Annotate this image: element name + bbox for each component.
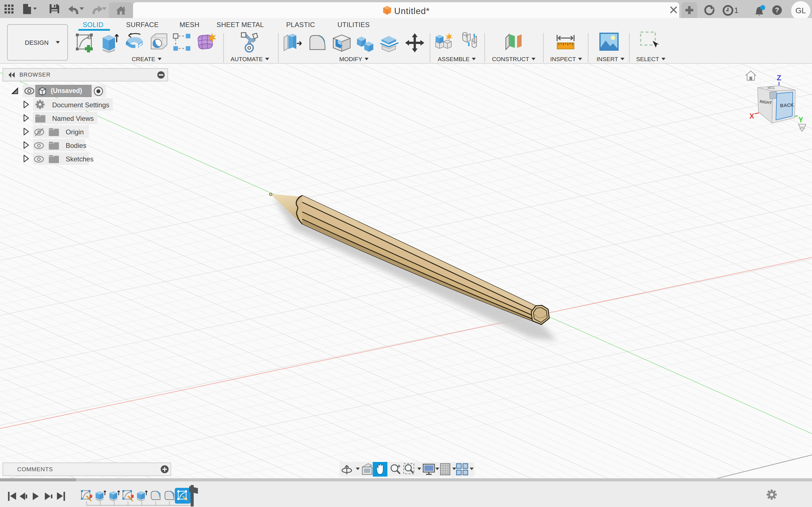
- svg-text:?: ?: [775, 6, 779, 14]
- svg-text:TOP: TOP: [767, 86, 775, 90]
- svg-text:X: X: [749, 112, 754, 120]
- svg-text:Z: Z: [777, 73, 781, 82]
- svg-text:BACK: BACK: [780, 102, 794, 108]
- svg-text:Y: Y: [799, 116, 803, 124]
